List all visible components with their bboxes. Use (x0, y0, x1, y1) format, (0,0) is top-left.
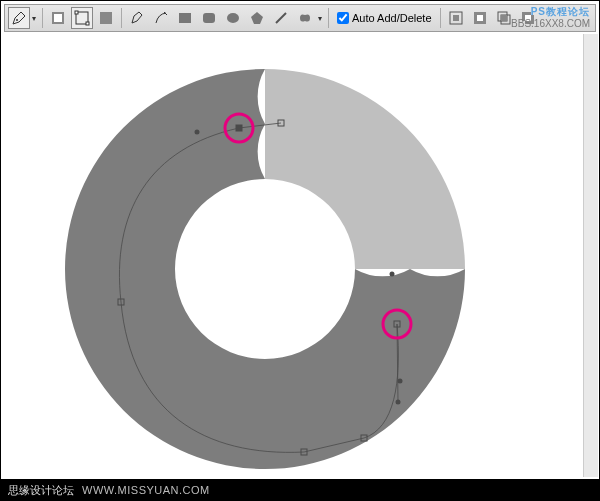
path-add-button[interactable] (445, 7, 467, 29)
separator (121, 8, 122, 28)
path-intersect-icon (496, 10, 512, 26)
separator (42, 8, 43, 28)
footer-url: WWW.MISSYUAN.COM (82, 484, 210, 496)
svg-point-0 (16, 19, 18, 21)
document-canvas[interactable] (2, 34, 598, 477)
svg-line-11 (276, 13, 286, 23)
pen-tool-button[interactable] (126, 7, 148, 29)
svg-rect-4 (75, 11, 78, 14)
svg-point-31 (398, 379, 403, 384)
rounded-rectangle-icon (201, 10, 217, 26)
custom-shape-icon (297, 10, 313, 26)
path-subtract-icon (472, 10, 488, 26)
pen-icon (129, 10, 145, 26)
path-add-icon (448, 10, 464, 26)
path-intersect-button[interactable] (493, 7, 515, 29)
path-exclude-button[interactable] (517, 7, 539, 29)
auto-add-delete-checkbox[interactable]: Auto Add/Delete (337, 12, 432, 24)
freeform-pen-button[interactable] (150, 7, 172, 29)
svg-rect-13 (453, 15, 459, 21)
dropdown-icon[interactable]: ▾ (316, 14, 324, 23)
footer-brand: 思缘设计论坛 (8, 483, 74, 498)
svg-point-30 (390, 272, 395, 277)
svg-point-9 (227, 13, 239, 23)
fill-pixels-icon (98, 10, 114, 26)
svg-rect-15 (477, 15, 483, 21)
dropdown-icon[interactable]: ▾ (30, 14, 38, 23)
svg-rect-6 (100, 12, 112, 24)
svg-rect-21 (525, 15, 531, 21)
path-exclude-icon (520, 10, 536, 26)
rounded-rectangle-button[interactable] (198, 7, 220, 29)
paths-icon (74, 10, 90, 26)
pen-tool-icon (11, 10, 27, 26)
svg-point-29 (195, 130, 200, 135)
line-icon (273, 10, 289, 26)
rectangle-icon (177, 10, 193, 26)
auto-add-delete-label: Auto Add/Delete (352, 12, 432, 24)
polygon-icon (249, 10, 265, 26)
ellipse-icon (225, 10, 241, 26)
svg-rect-18 (501, 15, 507, 21)
custom-shape-button[interactable] (294, 7, 316, 29)
polygon-shape-button[interactable] (246, 7, 268, 29)
ellipse-shape-button[interactable] (222, 7, 244, 29)
svg-rect-5 (86, 22, 89, 25)
auto-add-delete-input[interactable] (337, 12, 349, 24)
options-bar: ▾ ▾ Auto Add/Delete (4, 4, 596, 32)
fill-pixels-button[interactable] (95, 7, 117, 29)
vertical-scrollbar[interactable] (583, 34, 598, 477)
svg-marker-10 (251, 12, 263, 24)
line-shape-button[interactable] (270, 7, 292, 29)
shape-layers-button[interactable] (47, 7, 69, 29)
svg-rect-2 (54, 14, 62, 22)
artwork-svg (2, 34, 598, 477)
separator (328, 8, 329, 28)
tool-preset-picker[interactable] (8, 7, 30, 29)
svg-point-32 (396, 400, 401, 405)
footer-bar: 思缘设计论坛 WWW.MISSYUAN.COM (0, 479, 600, 501)
svg-rect-8 (203, 13, 215, 23)
path-subtract-button[interactable] (469, 7, 491, 29)
svg-rect-7 (179, 13, 191, 23)
rectangle-shape-button[interactable] (174, 7, 196, 29)
separator (440, 8, 441, 28)
svg-rect-23 (236, 125, 242, 131)
paths-button[interactable] (71, 7, 93, 29)
shape-layers-icon (50, 10, 66, 26)
freeform-pen-icon (153, 10, 169, 26)
